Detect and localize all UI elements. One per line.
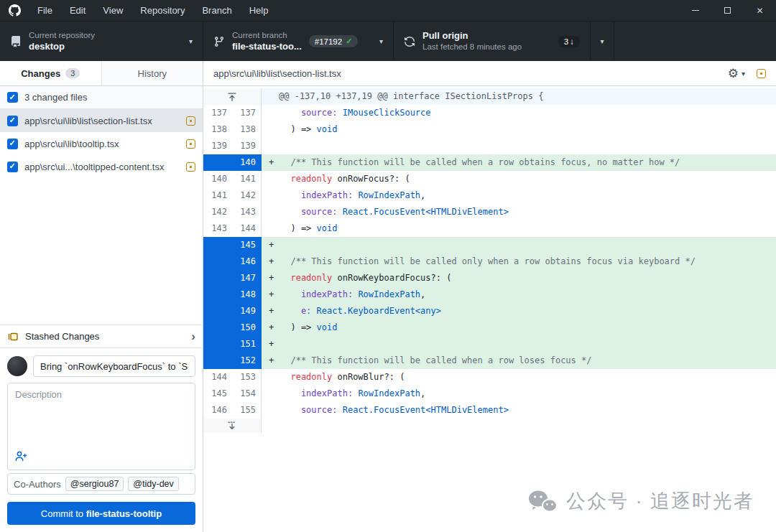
new-line-number[interactable]: 150 — [232, 319, 262, 336]
tab-changes[interactable]: Changes 3 — [0, 61, 102, 85]
code-line: readonly onRowKeyboardFocus?: ( — [280, 270, 451, 286]
old-line-number[interactable]: 140 — [203, 171, 232, 187]
old-line-number[interactable] — [203, 303, 232, 319]
new-line-number[interactable]: 146 — [232, 253, 262, 270]
old-line-number[interactable]: 137 — [203, 105, 232, 121]
wechat-icon — [527, 490, 558, 513]
commit-summary-input[interactable] — [33, 355, 195, 377]
menu-repository[interactable]: Repository — [131, 0, 193, 21]
file-row[interactable]: app\src\ui...\tooltipped-content.tsx — [0, 155, 203, 178]
code-line: ) => void — [280, 121, 337, 138]
new-line-number[interactable]: 148 — [232, 286, 262, 303]
new-line-number[interactable]: 142 — [232, 187, 262, 204]
old-line-number[interactable]: 146 — [203, 402, 232, 419]
file-path-label: app\src\ui\lib\tooltip.tsx — [24, 139, 180, 149]
file-checkbox[interactable] — [7, 116, 18, 126]
diff-marker — [262, 220, 280, 237]
diff-row: 139139 — [203, 138, 776, 154]
pull-dropdown-button[interactable]: ▾ — [591, 22, 614, 61]
new-line-number[interactable]: 152 — [232, 353, 262, 369]
commit-description-input[interactable] — [8, 383, 195, 448]
old-line-number[interactable]: 142 — [203, 204, 232, 220]
diff-row: 138138 ) => void — [203, 121, 776, 138]
diff-row: 140+ /** This function will be called wh… — [203, 154, 776, 171]
old-line-number[interactable] — [203, 253, 232, 270]
expand-up-icon — [227, 92, 237, 102]
pull-origin-button[interactable]: Pull origin Last fetched 8 minutes ago 3… — [394, 22, 591, 61]
new-line-number[interactable]: 145 — [232, 237, 262, 253]
new-line-number[interactable]: 151 — [232, 336, 262, 353]
stashed-changes-row[interactable]: Stashed Changes › — [0, 325, 203, 348]
repo-picker-label: Current repository — [29, 30, 95, 41]
tab-history[interactable]: History — [102, 61, 203, 85]
old-line-number[interactable] — [203, 319, 232, 336]
new-line-number[interactable]: 149 — [232, 303, 262, 319]
new-line-number[interactable]: 155 — [232, 402, 262, 419]
expand-up-button[interactable] — [203, 88, 262, 105]
diff-options-button[interactable]: ⚙ ▾ — [728, 67, 745, 80]
diff-marker: + — [262, 270, 280, 286]
chevron-down-icon: ▾ — [379, 37, 383, 45]
menu-view[interactable]: View — [94, 0, 131, 21]
coauthor-chip[interactable]: @sergiou87 — [65, 477, 124, 491]
old-line-number[interactable] — [203, 286, 232, 303]
file-checkbox[interactable] — [7, 139, 18, 149]
changed-files-header[interactable]: 3 changed files — [0, 86, 203, 109]
new-line-number[interactable]: 147 — [232, 270, 262, 286]
branch-picker[interactable]: Current branch file-status-too... #17192… — [203, 22, 394, 61]
old-line-number[interactable] — [203, 237, 232, 253]
diff-row: 141142 indexPath: RowIndexPath, — [203, 187, 776, 204]
commit-form: Co-Authors @sergiou87@tidy-dev Commit to… — [0, 348, 203, 532]
coauthor-chip[interactable]: @tidy-dev — [128, 477, 178, 491]
watermark-text: 公众号 · 追逐时光者 — [566, 488, 754, 514]
old-line-number[interactable]: 145 — [203, 386, 232, 402]
file-row[interactable]: app\src\ui\lib\tooltip.tsx — [0, 132, 203, 155]
menu-branch[interactable]: Branch — [193, 0, 240, 21]
select-all-checkbox[interactable] — [7, 92, 18, 103]
sidebar-tabs: Changes 3 History — [0, 61, 203, 86]
menu-help[interactable]: Help — [241, 0, 277, 21]
maximize-button[interactable] — [711, 0, 744, 21]
new-line-number[interactable]: 139 — [232, 138, 262, 154]
diff-row: 146155 source: React.FocusEvent<HTMLDivE… — [203, 402, 776, 419]
new-line-number[interactable]: 143 — [232, 204, 262, 220]
old-line-number[interactable]: 138 — [203, 121, 232, 138]
new-line-number[interactable]: 140 — [232, 154, 262, 171]
old-line-number[interactable] — [203, 270, 232, 286]
chevron-down-icon: ▾ — [600, 37, 604, 45]
sidebar: Changes 3 History 3 changed files app\sr… — [0, 61, 203, 532]
repository-picker[interactable]: Current repository desktop ▾ — [0, 22, 203, 61]
old-line-number[interactable]: 144 — [203, 369, 232, 386]
new-line-number[interactable]: 137 — [232, 105, 262, 121]
menu-file[interactable]: File — [29, 0, 61, 21]
avatar — [7, 356, 27, 376]
minimize-button[interactable] — [679, 0, 711, 21]
file-checkbox[interactable] — [7, 162, 18, 172]
diff-row: 144153 readonly onRowBlur?: ( — [203, 369, 776, 386]
expand-down-button[interactable] — [203, 419, 262, 433]
old-line-number[interactable]: 143 — [203, 220, 232, 237]
new-line-number[interactable]: 141 — [232, 171, 262, 187]
diff-marker: + — [262, 253, 280, 270]
old-line-number[interactable] — [203, 336, 232, 353]
new-line-number[interactable]: 154 — [232, 386, 262, 402]
new-line-number[interactable]: 153 — [232, 369, 262, 386]
old-line-number[interactable] — [203, 154, 232, 171]
new-line-number[interactable]: 138 — [232, 121, 262, 138]
new-line-number[interactable]: 144 — [232, 220, 262, 237]
coauthors-row[interactable]: Co-Authors @sergiou87@tidy-dev — [7, 473, 195, 495]
code-line: /** This function will be called when a … — [280, 353, 591, 369]
old-line-number[interactable] — [203, 353, 232, 369]
old-line-number[interactable]: 141 — [203, 187, 232, 204]
commit-button[interactable]: Commit to file-status-tooltip — [7, 502, 195, 525]
code-line: ) => void — [280, 220, 337, 237]
diff-marker — [262, 402, 280, 419]
menu-edit[interactable]: Edit — [61, 0, 94, 21]
old-line-number[interactable]: 139 — [203, 138, 232, 154]
menu-bar: FileEditViewRepositoryBranchHelp — [29, 0, 277, 21]
add-coauthor-button[interactable] — [15, 451, 27, 465]
file-row[interactable]: app\src\ui\lib\list\section-list.tsx — [0, 109, 203, 132]
window-controls: ✕ — [679, 0, 776, 21]
close-button[interactable]: ✕ — [744, 0, 776, 21]
branch-picker-value: file-status-too... — [232, 41, 302, 53]
